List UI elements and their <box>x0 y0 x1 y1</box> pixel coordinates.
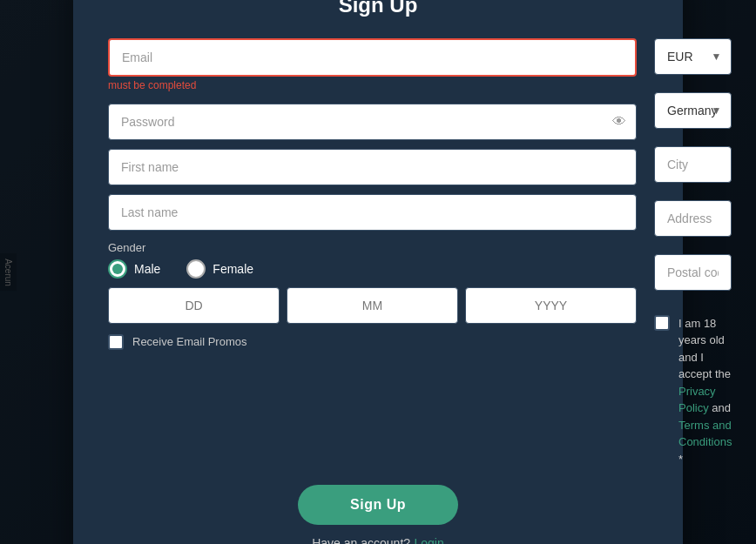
dob-month-field[interactable] <box>287 287 458 324</box>
modal-body: must be completed 👁 Gender <box>108 38 648 468</box>
accept-and: and <box>709 401 731 414</box>
modal-title: Sign Up <box>108 0 648 17</box>
password-field[interactable] <box>108 104 637 140</box>
login-link[interactable]: Login <box>415 536 444 544</box>
female-radio[interactable] <box>186 259 206 279</box>
dob-day-field[interactable] <box>108 287 280 324</box>
email-promos-checkbox[interactable] <box>108 334 124 350</box>
accept-terms-checkbox[interactable] <box>654 315 670 331</box>
female-label: Female <box>213 262 253 276</box>
email-group: must be completed <box>108 38 637 95</box>
modal-footer: Sign Up Have an account? Login <box>108 485 648 544</box>
gender-section: Gender Male Female <box>108 241 637 279</box>
lastname-field[interactable] <box>108 194 637 231</box>
address-group <box>654 200 732 237</box>
currency-group: EUR USD GBP BTC ▼ <box>654 38 732 75</box>
address-field[interactable] <box>654 200 732 237</box>
modal-overlay: Sign Up × must be completed 👁 <box>0 0 756 544</box>
email-promos-label: Receive Email Promos <box>132 335 247 348</box>
gender-female-option[interactable]: Female <box>186 259 253 279</box>
signup-modal: Sign Up × must be completed 👁 <box>73 0 683 544</box>
gender-male-option[interactable]: Male <box>108 259 160 279</box>
accept-terms-row: I am 18 years old and I accept the Priva… <box>654 315 732 468</box>
right-column: EUR USD GBP BTC ▼ Germany France Spain I… <box>654 38 732 468</box>
male-label: Male <box>134 262 160 276</box>
city-field[interactable] <box>654 146 732 183</box>
accept-asterisk: * <box>678 453 683 466</box>
email-field[interactable] <box>108 38 637 77</box>
lastname-group <box>108 194 637 231</box>
male-radio-inner <box>112 264 123 274</box>
city-group <box>654 146 732 183</box>
country-group: Germany France Spain Italy United Kingdo… <box>654 92 732 129</box>
country-select[interactable]: Germany France Spain Italy United Kingdo… <box>654 92 732 129</box>
email-error-text: must be completed <box>108 79 637 91</box>
eye-icon[interactable]: 👁 <box>612 114 626 130</box>
dob-row <box>108 287 637 324</box>
male-radio[interactable] <box>108 259 127 279</box>
postal-group <box>654 254 732 291</box>
terms-conditions-link[interactable]: Terms and Conditions <box>678 419 732 449</box>
accept-prefix: I am 18 years old and I accept the <box>678 317 731 381</box>
gender-label: Gender <box>108 241 637 254</box>
dob-year-field[interactable] <box>465 287 637 324</box>
left-column: must be completed 👁 Gender <box>108 38 637 468</box>
postal-field[interactable] <box>654 254 732 291</box>
signup-button[interactable]: Sign Up <box>298 485 458 525</box>
email-promos-row: Receive Email Promos <box>108 334 637 350</box>
have-account-text: Have an account? <box>312 536 410 544</box>
password-group: 👁 <box>108 104 637 140</box>
firstname-group <box>108 149 637 185</box>
accept-text: I am 18 years old and I accept the Priva… <box>678 315 732 468</box>
firstname-field[interactable] <box>108 149 637 185</box>
have-account-row: Have an account? Login <box>312 535 444 544</box>
currency-select[interactable]: EUR USD GBP BTC <box>654 38 732 75</box>
gender-options: Male Female <box>108 259 637 279</box>
